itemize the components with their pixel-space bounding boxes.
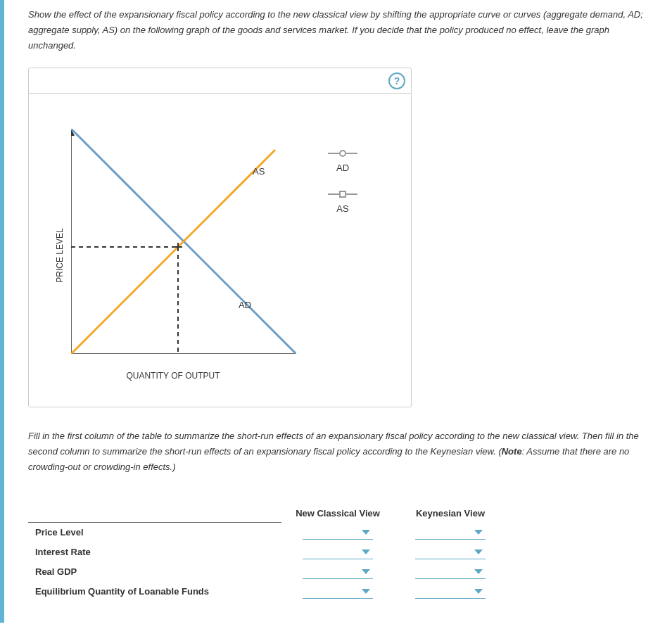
row-label: Interest Rate [28,542,281,562]
graph-container[interactable]: PRICE LEVEL [39,115,307,396]
dropdown-new-classical-loanable[interactable] [303,585,373,599]
table-row: Real GDP [28,562,507,582]
legend: AD AS [328,115,357,396]
table-row: Price Level [28,523,507,542]
y-axis-label: PRICE LEVEL [55,229,65,283]
help-button[interactable]: ? [388,72,405,89]
dropdown-new-classical-interest[interactable] [303,545,373,559]
row-label: Real GDP [28,562,281,582]
square-handle-icon [339,191,346,198]
graph-panel: ? PRICE LEVEL [28,68,412,407]
x-axis-label: QUANTITY OF OUTPUT [126,371,220,381]
legend-label-ad: AD [328,163,357,173]
dropdown-new-classical-price[interactable] [303,526,373,540]
chevron-down-icon [362,569,370,574]
dropdown-new-classical-gdp[interactable] [303,565,373,579]
row-label: Equilibrium Quantity of Loanable Funds [28,582,281,602]
effects-table: New Classical View Keynesian View Price … [28,504,507,602]
dropdown-keynesian-price[interactable] [415,526,486,540]
instruction-2: Fill in the first column of the table to… [28,428,658,475]
chevron-down-icon [362,530,370,535]
row-label: Price Level [28,523,281,542]
chevron-down-icon [362,549,370,554]
col-header-keynesian: Keynesian View [394,504,507,523]
dropdown-keynesian-gdp[interactable] [415,565,486,579]
chevron-down-icon [474,589,483,594]
dropdown-keynesian-loanable[interactable] [415,585,486,599]
chevron-down-icon [474,530,483,535]
col-header-new-classical: New Classical View [281,504,394,523]
plot-area[interactable]: AS AD [71,129,296,354]
circle-handle-icon [339,150,346,157]
chevron-down-icon [474,569,483,574]
as-curve[interactable] [71,150,275,354]
legend-handle-ad [328,150,357,157]
legend-item-ad[interactable]: AD [328,150,357,173]
chevron-down-icon [362,589,370,594]
as-label: AS [253,166,265,177]
table-body: Price Level Interest Rate Real GDP Equil… [28,523,507,602]
plot-svg [71,129,296,354]
graph-toolbar: ? [29,68,411,94]
legend-label-as: AS [328,203,357,214]
chevron-down-icon [474,549,483,554]
dropdown-keynesian-interest[interactable] [415,545,486,559]
table-row: Interest Rate [28,542,507,562]
table-row: Equilibrium Quantity of Loanable Funds [28,582,507,602]
ad-label: AD [239,300,251,310]
legend-item-as[interactable]: AS [328,191,357,214]
instruction-1: Show the effect of the expansionary fisc… [28,7,658,53]
legend-handle-as [328,191,357,198]
